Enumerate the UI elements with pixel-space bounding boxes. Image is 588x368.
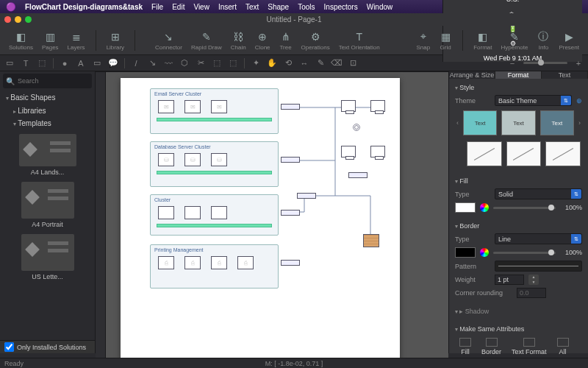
switch-shape[interactable] bbox=[348, 172, 368, 178]
sidebar-footer[interactable]: Only Installed Solutions bbox=[0, 340, 95, 353]
tool-icon[interactable]: ● bbox=[60, 58, 70, 68]
shadow-header[interactable]: ▸ Shadow bbox=[455, 305, 582, 317]
menu-shape[interactable]: Shape bbox=[268, 3, 289, 11]
color-wheel-icon[interactable] bbox=[480, 203, 489, 212]
connector-button[interactable]: ↘Connector bbox=[151, 29, 187, 52]
text-orientation-button[interactable]: TText Orientation bbox=[334, 29, 384, 52]
tool-icon[interactable]: ✂ bbox=[196, 58, 206, 68]
solutions-button[interactable]: ◧Solutions bbox=[4, 29, 37, 52]
sidebar-section-header[interactable]: Basic Shapes bbox=[0, 91, 95, 105]
msa-header[interactable]: Make Same Attributes bbox=[455, 323, 582, 335]
server-shape[interactable]: ⛁ bbox=[184, 153, 201, 166]
canvas-viewport[interactable]: Email Server Cluster✉✉✉Database Server C… bbox=[106, 72, 448, 368]
weight-input[interactable]: 1 pt bbox=[495, 275, 524, 285]
tool-icon[interactable]: ✦ bbox=[251, 58, 261, 68]
style-swatch[interactable]: Text bbox=[501, 110, 535, 135]
tab-format[interactable]: Format bbox=[495, 71, 542, 79]
tool-icon[interactable]: ↘ bbox=[147, 58, 157, 68]
menu-inspectors[interactable]: Inspectors bbox=[324, 3, 358, 11]
cluster-shape[interactable]: Cluster bbox=[150, 194, 279, 236]
format-button[interactable]: ◧Format bbox=[469, 29, 496, 52]
switch-shape[interactable] bbox=[281, 157, 300, 163]
present-button[interactable]: ▶Present bbox=[554, 29, 584, 52]
menu-file[interactable]: File bbox=[151, 3, 163, 11]
tool-icon[interactable]: 💬 bbox=[108, 58, 118, 68]
corner-input[interactable]: 0.0 bbox=[517, 288, 546, 298]
tool-icon[interactable]: ✋ bbox=[267, 58, 277, 68]
sidebar-item-templates[interactable]: Templates bbox=[0, 117, 95, 130]
tool-icon[interactable]: ↔ bbox=[299, 58, 309, 68]
fill-opacity-slider[interactable] bbox=[493, 207, 556, 209]
server-shape[interactable]: ⎙ bbox=[237, 256, 254, 269]
template-thumb[interactable]: A4 Lands... bbox=[15, 134, 81, 176]
pages-button[interactable]: ▥Pages bbox=[37, 29, 63, 52]
progress-bar-shape[interactable] bbox=[157, 224, 272, 227]
tool-icon[interactable]: ⬚ bbox=[228, 58, 238, 68]
msa-border[interactable]: Border bbox=[481, 338, 501, 355]
server-shape[interactable] bbox=[184, 206, 201, 219]
theme-select[interactable]: Basic Theme⇅ bbox=[495, 95, 572, 106]
server-shape[interactable] bbox=[211, 206, 227, 219]
progress-bar-shape[interactable] bbox=[157, 118, 272, 121]
template-thumb[interactable]: US Lette... bbox=[15, 234, 81, 280]
color-wheel-icon[interactable] bbox=[480, 248, 489, 257]
style-swatch[interactable] bbox=[467, 141, 502, 166]
server-shape[interactable]: ⛁ bbox=[211, 153, 227, 166]
menu-edit[interactable]: Edit bbox=[172, 3, 184, 11]
server-shape[interactable]: ⎙ bbox=[184, 256, 201, 269]
fill-type-select[interactable]: Solid⇅ bbox=[495, 188, 582, 199]
page[interactable]: Email Server Cluster✉✉✉Database Server C… bbox=[121, 78, 400, 368]
cluster-shape[interactable]: Printing Management⎙⎙⎙⎙ bbox=[150, 244, 279, 289]
msa-fill[interactable]: Fill bbox=[459, 338, 471, 355]
maximize-button[interactable] bbox=[25, 16, 32, 23]
template-thumb[interactable]: A4 Portrait bbox=[15, 182, 81, 228]
tool-icon[interactable]: T bbox=[21, 58, 31, 68]
workstation-shape[interactable] bbox=[370, 100, 385, 112]
menu-tools[interactable]: Tools bbox=[298, 3, 315, 11]
only-installed-checkbox[interactable] bbox=[4, 342, 14, 352]
border-color-well[interactable] bbox=[455, 247, 476, 258]
switch-shape[interactable] bbox=[281, 104, 300, 110]
layers-button[interactable]: ≣Layers bbox=[63, 29, 90, 52]
zoom-out-icon[interactable]: − bbox=[507, 58, 517, 68]
close-button[interactable] bbox=[4, 16, 11, 23]
tool-icon[interactable]: ⬡ bbox=[179, 58, 190, 68]
tab-arrange-size[interactable]: Arrange & Size bbox=[449, 71, 495, 79]
snap-button[interactable]: ⌖Snap bbox=[412, 29, 434, 52]
fill-color-well[interactable] bbox=[455, 202, 476, 213]
menu-text[interactable]: Text bbox=[245, 3, 259, 11]
server-shape[interactable]: ⎙ bbox=[158, 256, 174, 269]
border-opacity-slider[interactable] bbox=[493, 252, 556, 254]
msa-text-format[interactable]: Text Format bbox=[512, 338, 547, 355]
workstation-shape[interactable] bbox=[341, 146, 356, 158]
weight-stepper[interactable]: ▲▼ bbox=[528, 275, 539, 285]
server-shape[interactable]: ⎙ bbox=[211, 256, 227, 269]
tool-icon[interactable]: ⟲ bbox=[283, 58, 293, 68]
operations-button[interactable]: ⚙Operations bbox=[297, 29, 334, 52]
style-swatch[interactable] bbox=[545, 141, 581, 166]
search-input[interactable] bbox=[18, 77, 100, 85]
workstation-shape[interactable] bbox=[341, 100, 356, 112]
tool-icon[interactable]: ▭ bbox=[92, 58, 102, 68]
pattern-select[interactable] bbox=[495, 261, 582, 272]
server-shape[interactable]: ✉ bbox=[211, 100, 227, 113]
tool-icon[interactable]: ⊡ bbox=[348, 58, 358, 68]
progress-bar-shape[interactable] bbox=[157, 171, 272, 174]
switch-shape[interactable] bbox=[297, 193, 316, 199]
tool-icon[interactable]: ✎ bbox=[315, 58, 326, 68]
border-header[interactable]: Border bbox=[455, 220, 582, 232]
border-type-select[interactable]: Line⇅ bbox=[495, 233, 582, 244]
server-shape[interactable]: ⛁ bbox=[158, 153, 174, 166]
switch-shape[interactable] bbox=[281, 260, 300, 266]
zoom-in-icon[interactable]: + bbox=[573, 58, 584, 68]
tool-icon[interactable]: A bbox=[76, 58, 86, 68]
cluster-shape[interactable]: Database Server Cluster⛁⛁⛁ bbox=[150, 141, 279, 187]
zoom-slider[interactable] bbox=[523, 62, 567, 64]
menu-view[interactable]: View bbox=[193, 3, 209, 11]
tab-text[interactable]: Text bbox=[542, 71, 588, 79]
style-swatch[interactable]: Text bbox=[463, 110, 497, 135]
tool-icon[interactable]: ⬚ bbox=[37, 58, 47, 68]
apple-menu-icon[interactable]: 🟣 bbox=[6, 2, 16, 12]
search-box[interactable]: 🔍 ✎ bbox=[3, 74, 92, 88]
library-button[interactable]: ⊞ Library bbox=[102, 29, 129, 52]
